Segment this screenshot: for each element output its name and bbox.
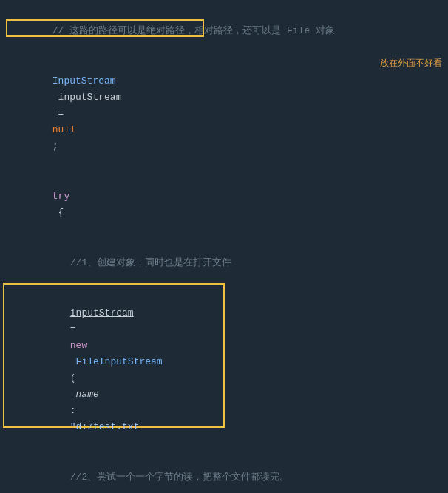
type-inputstream: InputStream: [52, 75, 116, 86]
line-4: //1、创建对象，同时也是在打开文件: [0, 238, 448, 288]
line-5: inputStream = new FileInputStream ( name…: [0, 288, 448, 452]
string-path: "d:/test.txt: [70, 421, 140, 432]
line-6: //2、尝试一个一个字节的读，把整个文件都读完。: [0, 452, 448, 493]
kw-try: try: [52, 191, 69, 202]
line-2: InputStream inputStream = null ; 放在外面不好看: [0, 56, 448, 171]
kw-null: null: [52, 124, 75, 135]
comment-2: //1、创建对象，同时也是在打开文件: [70, 257, 231, 268]
line-3: try {: [0, 171, 448, 238]
var-inputstream: inputStream: [52, 92, 122, 103]
line-1: // 这路的路径可以是绝对路径，相对路径，还可以是 File 对象: [0, 6, 448, 56]
comment-1: // 这路的路径可以是绝对路径，相对路径，还可以是 File 对象: [52, 25, 335, 36]
comment-3: //2、尝试一个一个字节的读，把整个文件都读完。: [70, 472, 289, 483]
var-inputstream-2: inputStream: [70, 307, 134, 319]
kw-new: new: [70, 340, 87, 351]
annotation-1: 放在外面不好看: [380, 56, 442, 69]
code-container: // 这路的路径可以是绝对路径，相对路径，还可以是 File 对象 InputS…: [0, 0, 448, 493]
type-fileinputstream: FileInputStream: [70, 356, 163, 367]
